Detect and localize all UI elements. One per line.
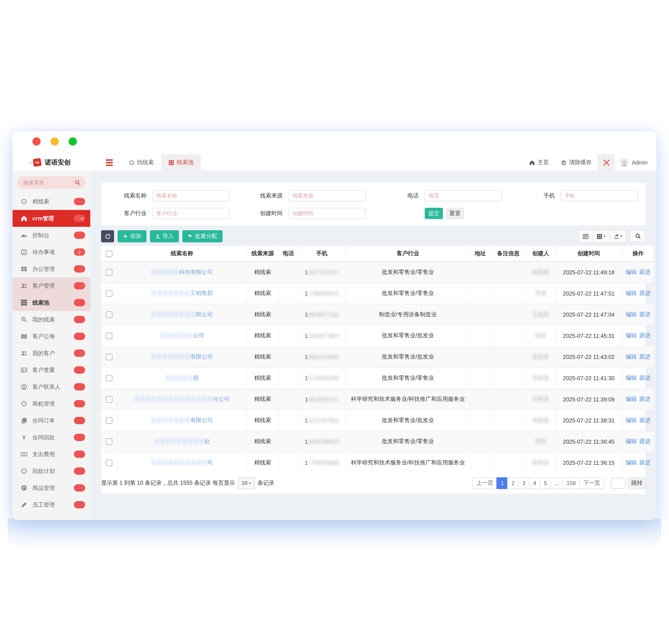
- sidebar-item-合同订单[interactable]: 合同订单: [13, 412, 90, 429]
- add-button[interactable]: 添加: [117, 230, 146, 242]
- sidebar-item-控制台[interactable]: 控制台: [13, 227, 90, 244]
- sidebar-item-员工管理[interactable]: 员工管理: [13, 497, 90, 513]
- row-checkbox[interactable]: [106, 439, 112, 445]
- pagination-page-4[interactable]: 4: [529, 477, 540, 489]
- sidebar-item-商机管理[interactable]: 商机管理: [13, 395, 90, 412]
- sidebar-item-客户查重[interactable]: 客户查重: [13, 362, 90, 378]
- sidebar-item-crm管理[interactable]: crm管理: [13, 210, 90, 227]
- follow-up-link[interactable]: 跟进: [639, 332, 651, 339]
- home-link[interactable]: 主页: [523, 154, 555, 171]
- industry-input[interactable]: [153, 208, 229, 219]
- follow-up-link[interactable]: 跟进: [639, 290, 651, 296]
- sidebar-item-客户联系人[interactable]: 客户联系人: [13, 378, 90, 395]
- menu-toggle-icon[interactable]: [106, 159, 113, 166]
- card-view-button[interactable]: [579, 230, 592, 242]
- export-button[interactable]: ▾: [609, 230, 626, 242]
- pagination-page-156[interactable]: 156: [563, 477, 580, 489]
- pagination-ellipsis[interactable]: ...: [551, 477, 563, 489]
- lead-name-link[interactable]: 某某某某某某某某限公司: [117, 304, 247, 325]
- mobile-input[interactable]: [561, 190, 638, 201]
- sidebar-item-精线索[interactable]: 精线索: [13, 193, 90, 210]
- tab-找线索[interactable]: 找线索: [122, 154, 161, 171]
- pagination-page-1[interactable]: 1: [497, 477, 508, 489]
- select-all-checkbox[interactable]: [106, 251, 112, 257]
- edit-link[interactable]: 编辑: [626, 332, 637, 339]
- row-checkbox[interactable]: [106, 375, 112, 382]
- sidebar-item-办公管理[interactable]: 办公管理: [13, 260, 90, 277]
- row-checkbox[interactable]: [106, 290, 112, 297]
- edit-link[interactable]: 编辑: [626, 269, 637, 275]
- table-search-button[interactable]: [630, 230, 645, 242]
- sidebar-item-客户管理[interactable]: 客户管理: [13, 277, 90, 294]
- page-jump-button[interactable]: 跳转: [628, 477, 645, 489]
- lead-name-link[interactable]: 某某某某某某某某某某某某某某分公司: [117, 389, 247, 410]
- follow-up-link[interactable]: 跟进: [639, 438, 651, 445]
- lead-name-link[interactable]: 某某某某某某某有限公司: [117, 410, 247, 431]
- columns-button[interactable]: ▾: [592, 230, 609, 242]
- page-size-select[interactable]: 10 ▴: [238, 477, 254, 489]
- user-menu[interactable]: Admin: [615, 154, 656, 171]
- sidebar-search-input[interactable]: [23, 179, 75, 186]
- lead-name-link[interactable]: 某某某某某某某某某某司: [117, 452, 247, 473]
- edit-link[interactable]: 编辑: [626, 353, 637, 360]
- follow-up-link[interactable]: 跟进: [639, 311, 651, 317]
- batch-assign-button[interactable]: 批量分配: [182, 230, 223, 242]
- sidebar-item-我的线索[interactable]: 我的线索: [13, 311, 90, 328]
- follow-up-link[interactable]: 跟进: [639, 396, 651, 402]
- close-window-button[interactable]: [32, 137, 41, 146]
- follow-up-link[interactable]: 跟进: [639, 374, 651, 381]
- sidebar-item-商品管理[interactable]: P 商品管理: [13, 480, 90, 497]
- tab-线索池[interactable]: 线索池: [161, 154, 201, 171]
- pagination-page-2[interactable]: 2: [508, 477, 519, 489]
- follow-up-link[interactable]: 跟进: [639, 353, 651, 360]
- sidebar-item-待办事项[interactable]: 待办事项 2: [13, 244, 90, 261]
- sidebar-item-线索池[interactable]: 线索池: [13, 294, 90, 311]
- edit-link[interactable]: 编辑: [626, 374, 637, 381]
- pagination-page-5[interactable]: 5: [540, 477, 551, 489]
- follow-up-link[interactable]: 跟进: [639, 269, 651, 275]
- lead-name-link[interactable]: 某某某某某某某工销售部: [117, 283, 247, 304]
- page-jump-input[interactable]: [611, 477, 626, 488]
- pagination-next[interactable]: 下一页: [579, 477, 604, 489]
- pagination-prev[interactable]: 上一页: [472, 477, 497, 489]
- follow-up-link[interactable]: 跟进: [639, 417, 651, 423]
- lead-name-link[interactable]: 某某某某某某某某某处: [117, 431, 247, 452]
- sidebar-item-合同回款[interactable]: ¥ 合同回款: [13, 429, 90, 446]
- edit-link[interactable]: 编辑: [626, 311, 637, 317]
- lead-name-link[interactable]: 某某某某某某公司: [117, 325, 247, 346]
- maximize-window-button[interactable]: [69, 137, 77, 146]
- sidebar-item-我的客户[interactable]: 我的客户: [13, 345, 90, 362]
- edit-link[interactable]: 编辑: [626, 417, 637, 423]
- edit-link[interactable]: 编辑: [626, 396, 637, 402]
- follow-up-link[interactable]: 跟进: [639, 459, 651, 466]
- row-checkbox[interactable]: [106, 269, 112, 275]
- lead-name-input[interactable]: [153, 190, 229, 201]
- row-checkbox[interactable]: [106, 311, 112, 318]
- lead-name-link[interactable]: 某某某某某科技有限公司: [117, 261, 247, 283]
- clear-cache-link[interactable]: 清除缓存: [555, 154, 598, 171]
- pagination-page-3[interactable]: 3: [518, 477, 529, 489]
- brand-logo[interactable]: NYAC YA 诺语安创: [13, 154, 90, 171]
- import-button[interactable]: 导入: [150, 230, 179, 242]
- edit-link[interactable]: 编辑: [626, 459, 637, 466]
- row-checkbox[interactable]: [106, 354, 112, 360]
- lead-name-link[interactable]: 某某某某某部: [117, 367, 247, 389]
- lead-name-link[interactable]: 某某某某某某某有限公司: [117, 346, 247, 368]
- refresh-button[interactable]: [101, 230, 114, 242]
- submit-button[interactable]: 提交: [425, 208, 443, 219]
- lead-source-input[interactable]: [289, 190, 366, 201]
- fullscreen-tab[interactable]: [598, 154, 615, 171]
- sidebar-item-客户公海[interactable]: 客户公海: [13, 328, 90, 345]
- sidebar-item-支出费用[interactable]: 支出费用: [13, 446, 90, 463]
- edit-link[interactable]: 编辑: [626, 290, 637, 296]
- minimize-window-button[interactable]: [51, 137, 59, 146]
- reset-button[interactable]: 重置: [446, 208, 464, 219]
- row-checkbox[interactable]: [106, 417, 112, 424]
- phone-input[interactable]: [425, 190, 501, 201]
- row-checkbox[interactable]: [106, 460, 112, 466]
- created-time-input[interactable]: [289, 208, 366, 219]
- edit-link[interactable]: 编辑: [626, 438, 637, 445]
- row-checkbox[interactable]: [106, 396, 112, 403]
- row-checkbox[interactable]: [106, 333, 112, 339]
- sidebar-item-回款计划[interactable]: 回款计划: [13, 462, 90, 480]
